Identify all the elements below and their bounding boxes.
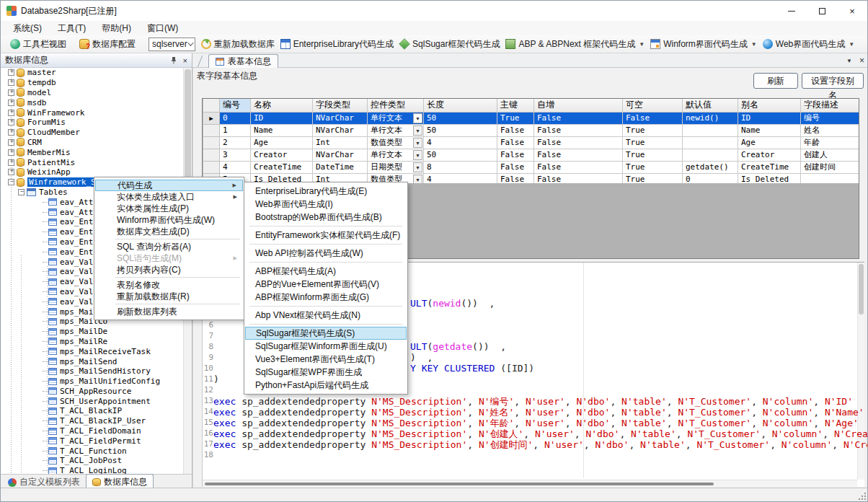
toolbar-view-button[interactable]: 工具栏视图 [7, 37, 69, 52]
cell-dropdown-icon[interactable]: ▼ [413, 175, 422, 184]
submenu-item-sqlsugar框架winform界面生成-u-[interactable]: SqlSugar框架Winform界面生成(U) [245, 340, 407, 353]
close-button[interactable]: × [837, 1, 867, 21]
grid-column-header-默认值[interactable]: 默认值 [683, 99, 738, 112]
tree-node-t-acl-blackip-user-22[interactable]: T_ACL_BlackIP_User [1, 416, 183, 426]
reload-db-button[interactable]: 重新加载数据库 [198, 37, 278, 52]
grid-cell[interactable]: 2 [220, 136, 251, 149]
grid-cell[interactable]: 日期类型▼ [368, 161, 424, 173]
tree-node-master[interactable]: master [1, 68, 183, 78]
tree-node-mps-mailreceivetask-15[interactable]: mps_MailReceiveTask [1, 346, 183, 356]
grid-cell[interactable]: CreateTime [738, 161, 801, 173]
expand-box-icon[interactable] [18, 189, 25, 195]
grid-cell[interactable]: Age [251, 136, 313, 149]
menubar-item-工具-t-[interactable]: 工具(T) [50, 21, 94, 35]
grid-row-selector[interactable] [203, 124, 220, 136]
tree-node-msdb[interactable]: msdb [1, 97, 183, 107]
expand-box-icon[interactable] [8, 129, 14, 136]
grid-cell[interactable]: 年龄 [801, 136, 859, 149]
grid-cell[interactable]: newid() [683, 112, 738, 124]
grid-cell[interactable]: False [534, 149, 623, 161]
grid-cell[interactable]: False [497, 161, 534, 173]
tab-table-basic-info[interactable]: 表基本信息 [208, 54, 278, 68]
grid-column-header-自增[interactable]: 自增 [534, 99, 623, 112]
grid-cell[interactable]: getdate() [683, 161, 738, 173]
grid-cell[interactable]: NVarChar [313, 112, 368, 124]
cell-dropdown-icon[interactable]: ▼ [413, 150, 422, 160]
exit-button[interactable]: 退出 [864, 37, 868, 52]
grid-column-header-主键[interactable]: 主键 [497, 99, 534, 112]
submenu-item-web界面代码生成-i-[interactable]: Web界面代码生成(I) [245, 198, 407, 211]
tree-node-forummis[interactable]: ForumMis [1, 118, 183, 128]
grid-cell[interactable]: 50 [424, 112, 497, 124]
winform-gen-button[interactable]: Winform界面代码生成▼ [647, 37, 760, 52]
expand-box-icon[interactable] [8, 169, 14, 175]
grid-column-header-编号[interactable]: 编号 [220, 99, 251, 112]
grid-cell[interactable]: Creator [738, 149, 801, 161]
submenu-item-vue3-element界面代码生成-t-[interactable]: Vue3+Element界面代码生成(T) [245, 353, 407, 366]
tree-node-t-acl-fieldpermit-24[interactable]: T_ACL_FieldPermit [1, 436, 183, 446]
grid-cell[interactable]: 50 [424, 124, 497, 136]
tab-close-icon[interactable]: × [859, 56, 864, 66]
tab-list-dropdown-icon[interactable]: ▼ [846, 58, 852, 64]
cell-dropdown-icon[interactable]: ▼ [413, 138, 422, 148]
expand-box-icon[interactable] [8, 139, 14, 146]
grid-cell[interactable]: False [534, 161, 623, 173]
submenu-item-abp的vue-element界面代码-v-[interactable]: ABP的Vue+Element界面代码(V) [245, 278, 407, 291]
tree-node-crm[interactable]: CRM [1, 138, 183, 148]
web-gen-button[interactable]: Web界面代码生成▼ [760, 37, 857, 52]
submenu-item-abp-vnext框架代码生成-n-[interactable]: Abp VNext框架代码生成(N) [245, 309, 407, 322]
grid-cell[interactable]: Name [251, 124, 313, 136]
tree-node-winframework[interactable]: WinFramework [1, 107, 183, 118]
tree-node-weixinapp[interactable]: WeixinApp [1, 167, 183, 177]
panel-close-icon[interactable]: × [183, 56, 187, 65]
grid-cell[interactable]: Name [738, 124, 801, 136]
maximize-button[interactable] [807, 1, 837, 21]
tree-node-t-acl-loginlog-27[interactable]: T_ACL_LoginLog [1, 466, 183, 474]
submenu-item-sqlsugar框架代码生成-s-[interactable]: SqlSugar框架代码生成(S) [245, 327, 407, 340]
grid-column-header-长度[interactable]: 长度 [424, 99, 497, 112]
grid-column-header-字段描述[interactable]: 字段描述 [801, 99, 859, 112]
expand-box-icon[interactable] [8, 119, 14, 126]
grid-column-header-字段类型[interactable]: 字段类型 [313, 99, 368, 112]
grid-cell[interactable]: 单行文本▼ [368, 124, 424, 136]
grid-cell[interactable]: Int [313, 136, 368, 149]
context-menu-item-sql-查询分析器-a-[interactable]: SQL 查询分析器(A) [95, 241, 243, 252]
tree-node-patientmis[interactable]: PatientMis [1, 157, 183, 167]
expand-box-icon[interactable] [8, 79, 14, 86]
tree-node-model[interactable]: model [1, 88, 183, 98]
grid-cell[interactable]: True [623, 173, 683, 183]
grid-cell[interactable]: ID [738, 112, 801, 124]
menubar-item-系统-s-[interactable]: 系统(S) [5, 21, 50, 35]
grid-column-header-控件类型[interactable]: 控件类型 [368, 99, 424, 112]
tree-node-t-acl-jobpost-26[interactable]: T_ACL_JobPost [1, 456, 183, 466]
expand-box-icon[interactable] [8, 149, 14, 156]
cell-dropdown-icon[interactable]: ▼ [413, 162, 422, 172]
grid-cell[interactable]: 8 [424, 161, 497, 173]
db-type-combo[interactable]: sqlserver [149, 38, 195, 51]
tree-node-mps-mailre-14[interactable]: mps_MailRe [1, 337, 183, 347]
context-menu-item-刷新数据库列表[interactable]: 刷新数据库列表 [95, 306, 243, 317]
tree-node-mps-mailsendhistory-17[interactable]: mps_MailSendHistory [1, 366, 183, 376]
tree-node-sch-appresource-19[interactable]: SCH_AppResource [1, 387, 183, 397]
grid-cell[interactable]: Age [738, 136, 801, 149]
db-config-button[interactable]: 数据库配置 [76, 37, 138, 52]
grid-cell[interactable]: DateTime [313, 161, 368, 173]
grid-cell[interactable]: ID [251, 112, 313, 124]
refresh-button[interactable]: 刷新 [753, 73, 798, 89]
grid-cell[interactable]: 单行文本▼ [368, 149, 424, 161]
context-menu-item-数据库文档生成-d-[interactable]: 数据库文档生成(D) [95, 226, 243, 237]
enterpriselibrary-gen-button[interactable]: EnterpriseLibrary代码生成 [278, 37, 397, 52]
context-menu-item-代码生成[interactable]: 代码生成▶ [95, 180, 243, 191]
grid-cell[interactable]: True [623, 136, 683, 149]
grid-cell[interactable]: False [534, 136, 623, 149]
submenu-item-web-api控制器代码生成-w-[interactable]: Web API控制器代码生成(W) [245, 247, 407, 260]
grid-cell[interactable]: 4 [220, 161, 251, 173]
context-menu-item-实体类属性生成-p-[interactable]: 实体类属性生成(P) [95, 203, 243, 214]
grid-cell[interactable]: True [623, 124, 683, 136]
grid-cell[interactable]: True [623, 149, 683, 161]
grid-cell[interactable] [801, 173, 859, 183]
resize-grip[interactable] [857, 491, 866, 500]
submenu-item-bootstrap的web界面代码生成-b-[interactable]: Bootstrap的Web界面代码生成(B) [245, 211, 407, 224]
sqlsugar-gen-button[interactable]: SqlSugar框架代码生成 [397, 37, 502, 52]
grid-cell[interactable]: Is_Deleted [738, 173, 801, 183]
